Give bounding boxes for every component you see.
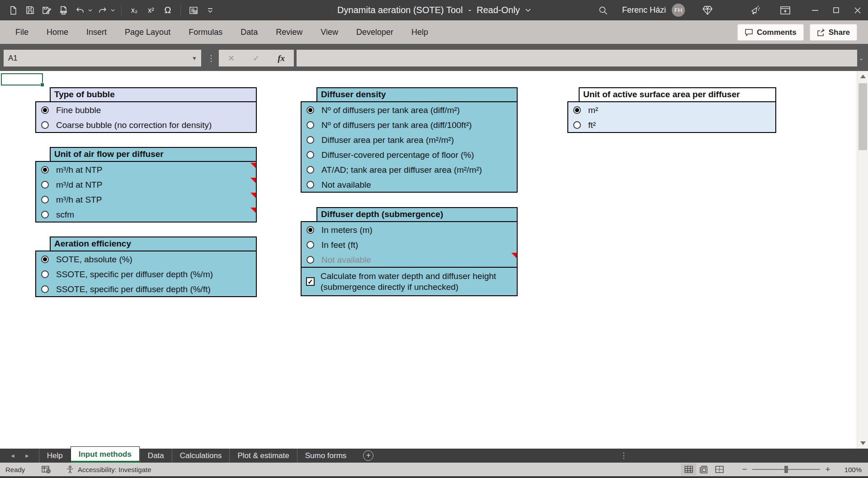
radio-unselected-icon[interactable]	[307, 151, 314, 159]
radio-unselected-icon[interactable]	[41, 270, 49, 278]
ribbon-tab-home[interactable]: Home	[38, 20, 77, 44]
radio-unselected-icon[interactable]	[307, 121, 314, 129]
radio-unselected-icon[interactable]	[573, 121, 581, 129]
new-file-icon[interactable]	[6, 3, 20, 18]
sheet-tab-help[interactable]: Help	[39, 449, 71, 463]
account-name[interactable]: Ferenc Házi	[622, 5, 666, 15]
prev-sheet-arrow[interactable]: ◄	[10, 453, 15, 459]
radio-unselected-icon[interactable]	[41, 285, 49, 293]
undo-icon[interactable]	[73, 3, 87, 18]
scroll-down-arrow[interactable]	[857, 438, 868, 449]
zoom-slider-track[interactable]	[752, 469, 820, 470]
ribbon-tab-review[interactable]: Review	[267, 20, 311, 44]
ribbon-tab-data[interactable]: Data	[231, 20, 267, 44]
radio-unselected-icon[interactable]	[41, 181, 49, 189]
tab-strip-menu-icon[interactable]: ⋮	[620, 449, 627, 463]
close-button[interactable]	[847, 0, 868, 20]
search-icon[interactable]	[594, 0, 612, 20]
radio-option-in-feet-ft[interactable]: In feet (ft)	[302, 237, 517, 252]
radio-selected-icon[interactable]	[41, 166, 49, 174]
radio-option-at-ad-tank-area-per-diffuser-area-m-m[interactable]: AT/AD; tank area per diffuser area (m²/m…	[302, 162, 517, 177]
worksheet[interactable]: Type of bubbleFine bubbleCoarse bubble (…	[0, 71, 857, 449]
zoom-level[interactable]: 100%	[838, 466, 862, 473]
minimize-button[interactable]	[804, 0, 826, 20]
zoom-in-button[interactable]: +	[822, 464, 834, 474]
accessibility-status[interactable]: Accessibility: Investigate	[66, 465, 151, 474]
radio-option-scfm[interactable]: scfm	[36, 207, 256, 222]
redo-icon[interactable]	[96, 3, 109, 18]
zoom-slider-thumb[interactable]	[784, 466, 788, 473]
subscript-button[interactable]: x₂	[127, 3, 141, 18]
ribbon-tab-insert[interactable]: Insert	[77, 20, 116, 44]
sheet-tab-calculations[interactable]: Calculations	[172, 449, 230, 463]
ribbon-tab-developer[interactable]: Developer	[347, 20, 402, 44]
expand-formula-bar-icon[interactable]: ⌄	[857, 50, 865, 66]
radio-option-sote-absolute[interactable]: SOTE, absolute (%)	[36, 252, 256, 267]
formula-input[interactable]	[297, 50, 857, 66]
undo-dropdown-icon[interactable]	[87, 3, 93, 18]
insert-function-icon[interactable]: fx	[278, 53, 285, 63]
radio-unselected-icon[interactable]	[307, 181, 314, 189]
radio-selected-icon[interactable]	[307, 226, 314, 234]
ribbon-tab-page-layout[interactable]: Page Layout	[116, 20, 179, 44]
page-break-preview-icon[interactable]	[712, 464, 727, 475]
sheet-tab-plot-estimate[interactable]: Plot & estimate	[229, 449, 297, 463]
page-layout-view-icon[interactable]	[696, 464, 712, 475]
radio-unselected-icon[interactable]	[41, 211, 49, 218]
radio-option-m-d-at-ntp[interactable]: m³/d at NTP	[36, 177, 256, 192]
confirm-entry-icon[interactable]: ✓	[253, 53, 259, 63]
radio-selected-icon[interactable]	[41, 106, 49, 114]
vertical-scroll-thumb[interactable]	[859, 83, 867, 150]
comments-button[interactable]: Comments	[737, 24, 804, 41]
vertical-scrollbar[interactable]	[857, 71, 868, 449]
feedback-megaphone-icon[interactable]	[746, 0, 764, 20]
radio-option-not-available[interactable]: Not available	[302, 252, 517, 267]
radio-unselected-icon[interactable]	[307, 166, 314, 174]
new-sheet-button[interactable]: +	[363, 449, 373, 463]
ribbon-tab-view[interactable]: View	[311, 20, 347, 44]
zoom-out-button[interactable]: −	[739, 464, 750, 474]
ribbon-display-options-icon[interactable]	[776, 0, 794, 20]
formula-bar-handle[interactable]: ⋮	[206, 50, 216, 66]
read-only-badge[interactable]: Read-Only	[476, 5, 520, 15]
superscript-button[interactable]: x²	[144, 3, 158, 18]
radio-selected-icon[interactable]	[573, 106, 581, 114]
radio-option-not-available[interactable]: Not available	[302, 177, 517, 192]
save-as-icon[interactable]	[40, 3, 53, 18]
form-controls-icon[interactable]	[187, 3, 200, 18]
radio-option-n-of-diffusers-per-tank-area-diff-100ft[interactable]: Nº of diffusers per tank area (diff/100f…	[302, 118, 517, 133]
radio-option-m-h-at-stp[interactable]: m³/h at STP	[36, 192, 256, 207]
sheet-tab-input-methods[interactable]: Input methods	[71, 446, 140, 463]
name-box[interactable]: A1 ▼	[4, 50, 201, 66]
radio-option-diffuser-area-per-tank-area-m-m[interactable]: Diffuser area per tank area (m²/m²)	[302, 133, 517, 147]
radio-unselected-icon[interactable]	[41, 196, 49, 204]
radio-option-diffuser-covered-percentage-of-floor[interactable]: Diffuser-covered percentage of floor (%)	[302, 147, 517, 162]
radio-option-fine-bubble[interactable]: Fine bubble	[36, 103, 256, 118]
ribbon-tab-help[interactable]: Help	[402, 20, 437, 44]
ribbon-tab-file[interactable]: File	[6, 20, 38, 44]
maximize-button[interactable]	[826, 0, 847, 20]
radio-unselected-icon[interactable]	[41, 121, 49, 129]
selected-cell-a1[interactable]	[1, 73, 43, 85]
radio-option-ssote-specific-per-diffuser-depth-m[interactable]: SSOTE, specific per diffuser depth (%/m)	[36, 267, 256, 282]
symbol-omega-button[interactable]: Ω	[161, 3, 175, 18]
macro-record-icon[interactable]	[42, 465, 51, 473]
radio-option-ft[interactable]: ft²	[568, 118, 775, 133]
radio-option-ssote-specific-per-diffuser-depth-ft[interactable]: SSOTE, specific per diffuser depth (%/ft…	[36, 282, 256, 297]
next-sheet-arrow[interactable]: ►	[24, 453, 30, 459]
customize-qat-icon[interactable]	[203, 3, 217, 18]
share-button[interactable]: Share	[810, 24, 857, 41]
radio-selected-icon[interactable]	[41, 256, 49, 263]
radio-option-n-of-diffusers-per-tank-area-diff-m[interactable]: Nº of diffusers per tank area (diff/m²)	[302, 103, 517, 118]
radio-option-coarse-bubble-no-correction-for-density[interactable]: Coarse bubble (no correction for density…	[36, 118, 256, 133]
radio-selected-icon[interactable]	[307, 106, 314, 114]
radio-unselected-icon[interactable]	[307, 241, 314, 249]
ribbon-tab-formulas[interactable]: Formulas	[179, 20, 231, 44]
checkbox-checked-icon[interactable]: ✓	[306, 277, 315, 286]
normal-view-icon[interactable]	[681, 464, 696, 475]
name-box-dropdown-icon[interactable]: ▼	[188, 55, 201, 62]
redo-dropdown-icon[interactable]	[110, 3, 115, 18]
radio-option-in-meters-m[interactable]: In meters (m)	[302, 222, 517, 237]
print-preview-icon[interactable]	[57, 3, 70, 18]
cancel-entry-icon[interactable]: ✕	[228, 53, 235, 63]
